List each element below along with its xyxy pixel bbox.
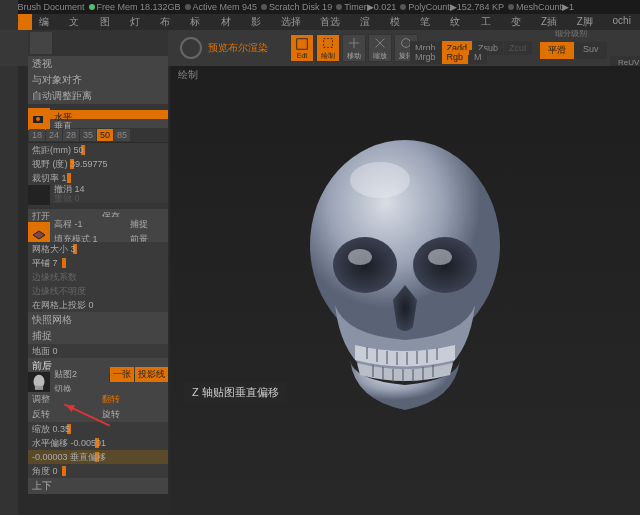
live-boolean-label[interactable]: 预览布尔渲染 bbox=[208, 41, 268, 55]
svg-point-10 bbox=[348, 249, 372, 265]
menu-pref[interactable]: 首选项 bbox=[315, 14, 352, 30]
snapgrid-button[interactable]: 快照网格 bbox=[28, 312, 168, 328]
mrgb2-button[interactable]: Mrgb bbox=[410, 50, 441, 64]
edge1-slider[interactable]: 边缘线系数 bbox=[28, 270, 168, 284]
scale-slider[interactable]: 缩放 0.35 bbox=[28, 422, 168, 436]
menu-movie[interactable]: 影片 bbox=[246, 14, 274, 30]
align-button[interactable]: 与对象对齐 bbox=[28, 72, 168, 88]
fov-slider[interactable]: 视野 (度) 39.59775 bbox=[28, 157, 168, 171]
capture-button[interactable]: 捕捉 bbox=[28, 328, 168, 344]
svg-point-27 bbox=[350, 162, 410, 198]
redo-slider[interactable]: 重做 0 bbox=[50, 194, 168, 203]
menu-material[interactable]: 材质 bbox=[216, 14, 244, 30]
angle-slider[interactable]: 角度 0 bbox=[28, 464, 168, 478]
menu-light[interactable]: 灯光 bbox=[125, 14, 153, 30]
menu-tool[interactable]: 工具 bbox=[476, 14, 504, 30]
draw-panel: 透视 与对象对齐 自动调整距离 水平 垂直 18 24 28 35 50 85 … bbox=[28, 30, 168, 494]
gridsize-slider[interactable]: 网格大小 3 bbox=[28, 242, 168, 256]
menu-file[interactable]: 文件 bbox=[64, 14, 92, 30]
subdiv-label: 细分级别 bbox=[555, 28, 587, 39]
menu-edit[interactable]: 编辑 bbox=[34, 14, 62, 30]
edit-button[interactable]: Edt bbox=[290, 34, 314, 62]
edge2-slider[interactable]: 边缘线不明度 bbox=[28, 284, 168, 298]
clip-slider[interactable]: 裁切率 1 bbox=[28, 171, 168, 185]
vertical-button[interactable]: 垂直 bbox=[50, 119, 168, 128]
ground-slider[interactable]: 地面 0 bbox=[28, 344, 168, 358]
menu-stroke[interactable]: 笔触 bbox=[415, 14, 443, 30]
zcut-button[interactable]: Zcut bbox=[504, 41, 532, 55]
svg-rect-6 bbox=[35, 385, 43, 389]
svg-point-9 bbox=[413, 237, 477, 293]
draw-button[interactable]: 绘制 bbox=[316, 34, 340, 62]
rgb-button[interactable]: Rgb bbox=[442, 50, 469, 64]
move-button[interactable]: 移动 bbox=[342, 34, 366, 62]
dynamic-icon[interactable] bbox=[30, 32, 52, 54]
viewport[interactable]: 绘制 Z 轴贴图垂直偏移 bbox=[170, 66, 640, 515]
tile-slider[interactable]: 平铺 7 bbox=[28, 256, 168, 270]
suv-button[interactable]: Suv bbox=[575, 42, 607, 59]
menu-template[interactable]: 模板 bbox=[385, 14, 413, 30]
horizontal-button[interactable]: 水平 bbox=[50, 110, 168, 119]
projgrid-slider[interactable]: 在网格上投影 0 bbox=[28, 298, 168, 312]
history-icon[interactable] bbox=[28, 183, 50, 205]
status-bar: ZBrush Document Free Mem 18.132GB Active… bbox=[0, 0, 640, 14]
svg-rect-0 bbox=[297, 39, 308, 50]
skull-model[interactable] bbox=[285, 135, 525, 435]
focal-slider[interactable]: 焦距(mm) 50 bbox=[28, 143, 168, 157]
autoadjust-button[interactable]: 自动调整距离 bbox=[28, 88, 168, 104]
menu-ochi[interactable]: ochi bbox=[608, 14, 636, 30]
hoffset-slider[interactable]: 水平偏移 -0.00591 bbox=[28, 436, 168, 450]
menu-layer[interactable]: 图层 bbox=[95, 14, 123, 30]
updown-button[interactable]: 上下 bbox=[28, 478, 168, 494]
m-button[interactable]: M bbox=[469, 50, 487, 64]
brush-preview-icon[interactable] bbox=[180, 37, 202, 59]
menu-layout[interactable]: 布局 bbox=[155, 14, 183, 30]
scale-button[interactable]: 缩放 bbox=[368, 34, 392, 62]
floor-icon[interactable] bbox=[28, 222, 50, 244]
tooltip: Z 轴贴图垂直偏移 bbox=[184, 382, 287, 403]
svg-point-11 bbox=[428, 249, 452, 265]
menu-picker[interactable]: 选择器 bbox=[276, 14, 313, 30]
texture-thumb[interactable] bbox=[28, 372, 50, 394]
menu-texture[interactable]: 纹理 bbox=[445, 14, 473, 30]
svg-point-8 bbox=[333, 237, 397, 293]
svg-rect-1 bbox=[324, 38, 333, 47]
voffset-slider[interactable]: -0.00003 垂直偏移 bbox=[28, 450, 168, 464]
svg-point-4 bbox=[36, 117, 40, 121]
persp-button[interactable]: 透视 bbox=[28, 56, 168, 72]
menu-bar: 绘制 编辑 文件 图层 灯光 布局 标记 材质 影片 选择器 首选项 渲染 模板… bbox=[0, 14, 640, 30]
camera-icon[interactable] bbox=[28, 108, 50, 130]
smooth-button[interactable]: 平滑 bbox=[540, 42, 574, 59]
menu-render[interactable]: 渲染 bbox=[355, 14, 383, 30]
focal-presets: 18 24 28 35 50 85 bbox=[28, 128, 168, 143]
left-rail bbox=[0, 0, 18, 515]
menu-transform[interactable]: 变换 bbox=[506, 14, 534, 30]
viewport-title: 绘制 bbox=[178, 68, 198, 82]
menu-mark[interactable]: 标记 bbox=[185, 14, 213, 30]
